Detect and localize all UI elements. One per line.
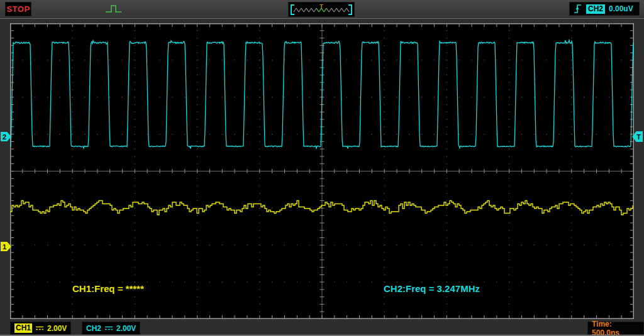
top-status-bar: STOP T CH2 0.00uV xyxy=(0,0,644,18)
svg-text:T: T xyxy=(319,3,323,9)
waveform-memory-bar[interactable]: T xyxy=(288,2,355,17)
run-state-indicator[interactable]: STOP xyxy=(5,2,31,16)
ch2-label[interactable]: CH2 xyxy=(86,324,101,333)
ch2-volts-per-div: 2.00V xyxy=(116,324,136,333)
ch2-frequency-readout: CH2:Freq = 3.247MHz xyxy=(384,283,480,294)
trigger-level-readout: 0.00uV xyxy=(609,4,633,13)
oscilloscope-screen: STOP T CH2 0.00uV CH1:Freq = ***** xyxy=(0,0,644,336)
ch2-dc-coupling-icon xyxy=(104,325,113,331)
timebase-box[interactable]: Time: 500.0ns xyxy=(587,322,644,335)
ch1-frequency-readout: CH1:Freq = ***** xyxy=(72,283,144,294)
rising-edge-trigger-icon xyxy=(574,3,582,15)
trigger-source-badge[interactable]: CH2 xyxy=(586,4,605,14)
timebase-readout: Time: 500.0ns xyxy=(592,320,640,336)
graticule-display: CH1:Freq = ***** CH2:Freq = 3.247MHz xyxy=(10,23,634,319)
ch2-settings-box[interactable]: CH2 2.00V xyxy=(82,322,140,335)
trigger-readout-box[interactable]: CH2 0.00uV xyxy=(569,2,640,16)
ch1-badge[interactable]: CH1 xyxy=(14,323,32,333)
ch1-volts-per-div: 2.00V xyxy=(47,324,67,333)
ch1-dc-coupling-icon xyxy=(35,325,44,331)
pulse-waveform-icon xyxy=(105,4,123,14)
run-state-label: STOP xyxy=(6,4,30,14)
ch1-settings-box[interactable]: CH1 2.00V xyxy=(10,322,71,335)
waveform-traces xyxy=(10,23,634,319)
